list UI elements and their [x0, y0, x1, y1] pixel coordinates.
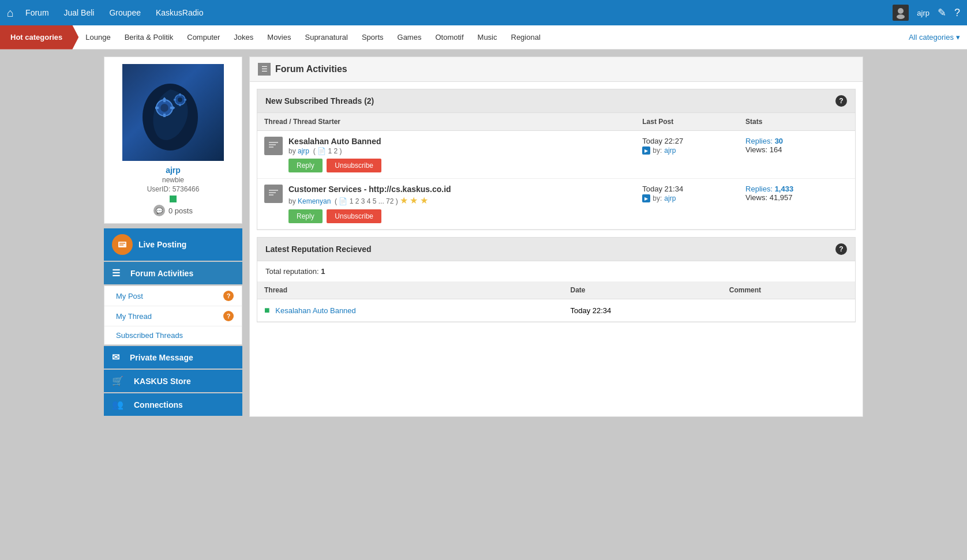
col-thread: Thread / Thread Starter — [257, 113, 635, 131]
lastpost-author-1[interactable]: ajrp — [664, 146, 676, 155]
svg-rect-27 — [269, 194, 273, 196]
nav-jualbeli[interactable]: Jual Beli — [62, 1, 97, 24]
top-nav-username[interactable]: ajrp — [917, 9, 929, 17]
nav-kaskusradio[interactable]: KaskusRadio — [153, 1, 206, 24]
col-lastpost: Last Post — [635, 113, 739, 131]
stat-views-2: Views: 41,957 — [745, 193, 848, 202]
svg-rect-25 — [269, 190, 278, 191]
lastpost-by-1: ▶ by: ajrp — [642, 146, 732, 155]
nav-groupee[interactable]: Groupee — [107, 1, 143, 24]
home-icon[interactable]: ⌂ — [7, 6, 14, 20]
profile-avatar — [122, 64, 224, 161]
rep-green-indicator: ■ — [264, 305, 270, 315]
kaskus-store-icon: 🛒 — [112, 375, 123, 386]
thread-pages-2: 1 2 3 4 5 ... 72 — [350, 197, 394, 205]
thread-cell-1: Kesalahan Auto Banned by ajrp ( 📄 1 2 ) … — [257, 131, 635, 179]
profile-userid: UserID: 5736466 — [111, 185, 235, 193]
subscribed-section-title: New Subscribed Threads (2) — [265, 96, 374, 106]
subscribed-label: Subscribed Threads — [116, 331, 183, 340]
top-navigation: ⌂ Forum Jual Beli Groupee KaskusRadio aj… — [0, 0, 967, 25]
star-icon-1: ★ — [400, 196, 408, 205]
content-area: ☰ Forum Activities New Subscribed Thread… — [249, 57, 863, 417]
svg-rect-15 — [174, 99, 176, 101]
online-status-indicator — [170, 196, 177, 202]
cat-otomotif[interactable]: Otomotif — [428, 25, 470, 50]
table-row: ■ Kesalahan Auto Banned Today 22:34 — [257, 299, 855, 322]
all-categories-btn[interactable]: All categories ▾ — [902, 33, 967, 42]
subscribed-section-header: New Subscribed Threads (2) ? — [257, 89, 855, 113]
lastpost-time-1: Today 22:27 — [642, 137, 732, 145]
stat-views-1: Views: 164 — [745, 145, 848, 154]
rep-date-cell: Today 22:34 — [564, 299, 722, 322]
forum-activities-submenu: My Post ? My Thread ? Subscribed Threads — [104, 285, 242, 345]
cat-supranatural[interactable]: Supranatural — [298, 25, 354, 50]
unsubscribe-button-2[interactable]: Unsubscribe — [327, 209, 381, 223]
unsubscribe-button-1[interactable]: Unsubscribe — [327, 159, 381, 172]
svg-rect-19 — [119, 245, 123, 246]
forum-activities-button[interactable]: ☰ Forum Activities — [104, 262, 242, 284]
edit-icon[interactable]: ✎ — [938, 6, 946, 19]
private-message-button[interactable]: ✉ Private Message — [104, 346, 242, 369]
thread-info-1: Kesalahan Auto Banned by ajrp ( 📄 1 2 ) … — [288, 137, 381, 172]
rep-thread-link[interactable]: Kesalahan Auto Banned — [275, 306, 356, 315]
thread-actions-2: Reply Unsubscribe — [288, 209, 451, 223]
kaskus-store-button[interactable]: 🛒 KASKUS Store — [104, 370, 242, 392]
lastpost-author-2[interactable]: ajrp — [664, 194, 676, 202]
sidebar-item-subscribed[interactable]: Subscribed Threads — [104, 326, 242, 344]
thread-cell-2: Customer Services - http://cs.kaskus.co.… — [257, 179, 635, 230]
mypost-help-icon[interactable]: ? — [223, 291, 234, 301]
live-posting-button[interactable]: Live Posting — [104, 228, 242, 261]
reply-button-1[interactable]: Reply — [288, 159, 323, 172]
cat-movies[interactable]: Movies — [260, 25, 298, 50]
reply-button-2[interactable]: Reply — [288, 209, 323, 223]
cat-jokes[interactable]: Jokes — [227, 25, 260, 50]
svg-rect-7 — [155, 107, 159, 109]
thread-table: Thread / Thread Starter Last Post Stats — [257, 113, 855, 230]
cat-sports[interactable]: Sports — [355, 25, 391, 50]
posts-icon: 💬 — [153, 205, 165, 216]
user-avatar-small[interactable] — [893, 5, 909, 21]
rep-col-date: Date — [564, 281, 722, 299]
thread-author-1[interactable]: ajrp — [298, 147, 309, 155]
thread-info-2: Customer Services - http://cs.kaskus.co.… — [288, 185, 451, 223]
subscribed-help-icon[interactable]: ? — [835, 95, 847, 107]
replies-count-2: 1,433 — [775, 185, 794, 193]
lastpost-by-2: ▶ by: ajrp — [642, 194, 732, 202]
sidebar-item-mythread[interactable]: My Thread ? — [104, 306, 242, 326]
reputation-help-icon[interactable]: ? — [835, 243, 847, 255]
connections-button[interactable]: 👥 Connections — [104, 393, 242, 416]
rep-comment-cell — [722, 299, 855, 322]
sidebar-item-mypost[interactable]: My Post ? — [104, 286, 242, 306]
sidebar: ajrp newbie UserID: 5736466 💬 0 posts Li… — [104, 57, 242, 417]
cat-regional[interactable]: Regional — [504, 25, 548, 50]
stats-cell-1: Replies: 30 Views: 164 — [739, 131, 855, 179]
cat-berita[interactable]: Berita & Politik — [118, 25, 181, 50]
kaskus-store-label: KASKUS Store — [134, 377, 191, 386]
nav-forum[interactable]: Forum — [23, 1, 51, 24]
stat-replies-1: Replies: 30 — [745, 137, 848, 145]
reputation-section: Latest Reputation Recieved ? Total reput… — [257, 237, 856, 322]
hot-categories-btn[interactable]: Hot categories — [0, 25, 78, 50]
lastpost-cell-1: Today 22:27 ▶ by: ajrp — [635, 131, 739, 179]
thread-title-2[interactable]: Customer Services - http://cs.kaskus.co.… — [288, 185, 451, 194]
play-icon-2: ▶ — [642, 194, 650, 202]
cat-games[interactable]: Games — [391, 25, 429, 50]
thread-author-2[interactable]: Kemenyan — [298, 197, 331, 205]
col-stats: Stats — [739, 113, 855, 131]
cat-music[interactable]: Music — [471, 25, 504, 50]
svg-point-0 — [898, 8, 904, 14]
profile-username[interactable]: ajrp — [111, 166, 235, 175]
cat-lounge[interactable]: Lounge — [78, 25, 117, 50]
rep-col-comment: Comment — [722, 281, 855, 299]
views-count-1: 164 — [770, 145, 782, 154]
help-icon[interactable]: ? — [954, 7, 960, 19]
svg-rect-6 — [163, 114, 166, 117]
thread-title-1[interactable]: Kesalahan Auto Banned — [288, 137, 381, 146]
mythread-help-icon[interactable]: ? — [223, 311, 234, 321]
cat-computer[interactable]: Computer — [180, 25, 227, 50]
lastpost-time-2: Today 21:34 — [642, 185, 732, 193]
forum-activities-label: Forum Activities — [130, 269, 193, 278]
svg-rect-22 — [269, 144, 276, 145]
connections-label: Connections — [134, 400, 183, 409]
replies-count-1: 30 — [775, 137, 783, 145]
